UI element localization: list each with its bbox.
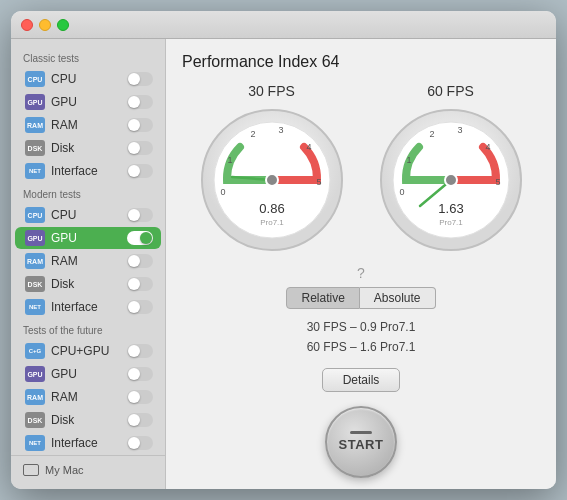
future-ram-label: RAM — [51, 390, 127, 404]
future-ram-toggle[interactable] — [127, 390, 153, 404]
gauges-row: 30 FPS — [182, 83, 540, 255]
classic-gpu-label: GPU — [51, 95, 127, 109]
sidebar-item-modern-ram[interactable]: RAM RAM — [15, 250, 161, 272]
classic-disk-toggle[interactable] — [127, 141, 153, 155]
modern-ram-icon: RAM — [25, 253, 45, 269]
sidebar-item-future-cpugpu[interactable]: C+G CPU+GPU — [15, 340, 161, 362]
svg-text:5: 5 — [495, 177, 500, 187]
sidebar-item-future-interface[interactable]: NET Interface — [15, 432, 161, 454]
content-area: Classic tests CPU CPU GPU GPU RAM RAM DS… — [11, 39, 556, 489]
modern-gpu-icon: GPU — [25, 230, 45, 246]
close-button[interactable] — [21, 19, 33, 31]
future-section-label: Tests of the future — [11, 319, 165, 339]
question-mark[interactable]: ? — [182, 265, 540, 281]
classic-disk-label: Disk — [51, 141, 127, 155]
maximize-button[interactable] — [57, 19, 69, 31]
svg-text:0.86: 0.86 — [259, 201, 284, 216]
svg-text:1: 1 — [406, 155, 411, 165]
future-gpu-icon: GPU — [25, 366, 45, 382]
svg-text:3: 3 — [457, 125, 462, 135]
footer-label: My Mac — [45, 464, 84, 476]
svg-text:Pro7.1: Pro7.1 — [260, 218, 284, 227]
sidebar-item-classic-disk[interactable]: DSK Disk — [15, 137, 161, 159]
start-button[interactable]: START — [325, 406, 397, 478]
sidebar-item-future-disk[interactable]: DSK Disk — [15, 409, 161, 431]
tab-absolute[interactable]: Absolute — [360, 287, 436, 309]
sidebar-item-classic-ram[interactable]: RAM RAM — [15, 114, 161, 136]
modern-interface-icon: NET — [25, 299, 45, 315]
future-ram-icon: RAM — [25, 389, 45, 405]
future-gpu-label: GPU — [51, 367, 127, 381]
future-disk-label: Disk — [51, 413, 127, 427]
classic-cpu-label: CPU — [51, 72, 127, 86]
gauge1-fps-label: 30 FPS — [248, 83, 295, 99]
classic-ram-label: RAM — [51, 118, 127, 132]
future-gpu-toggle[interactable] — [127, 367, 153, 381]
sidebar-footer: My Mac — [11, 455, 165, 484]
svg-text:0: 0 — [399, 187, 404, 197]
modern-disk-toggle[interactable] — [127, 277, 153, 291]
start-btn-line — [350, 431, 372, 434]
sidebar-item-future-ram[interactable]: RAM RAM — [15, 386, 161, 408]
future-cpugpu-toggle[interactable] — [127, 344, 153, 358]
future-interface-label: Interface — [51, 436, 127, 450]
sidebar-item-classic-cpu[interactable]: CPU CPU — [15, 68, 161, 90]
future-disk-toggle[interactable] — [127, 413, 153, 427]
gauge2: 0 1 2 3 4 5 1.63 Pro7.1 — [376, 105, 526, 255]
svg-text:0: 0 — [220, 187, 225, 197]
ram-icon: RAM — [25, 117, 45, 133]
interface-icon: NET — [25, 163, 45, 179]
modern-cpu-icon: CPU — [25, 207, 45, 223]
classic-interface-label: Interface — [51, 164, 127, 178]
classic-gpu-toggle[interactable] — [127, 95, 153, 109]
gauge2-fps-label: 60 FPS — [427, 83, 474, 99]
tab-relative[interactable]: Relative — [286, 287, 359, 309]
result2: 60 FPS – 1.6 Pro7.1 — [182, 337, 540, 357]
sidebar-item-classic-gpu[interactable]: GPU GPU — [15, 91, 161, 113]
svg-text:2: 2 — [429, 129, 434, 139]
modern-interface-toggle[interactable] — [127, 300, 153, 314]
start-btn-label: START — [339, 437, 384, 452]
sidebar-item-future-gpu[interactable]: GPU GPU — [15, 363, 161, 385]
gauge2-container: 60 FPS — [376, 83, 526, 255]
page-title: Performance Index 64 — [182, 53, 540, 71]
classic-interface-toggle[interactable] — [127, 164, 153, 178]
gauge1: 0 1 2 3 4 5 — [197, 105, 347, 255]
sidebar-item-modern-cpu[interactable]: CPU CPU — [15, 204, 161, 226]
sidebar-item-modern-disk[interactable]: DSK Disk — [15, 273, 161, 295]
svg-text:4: 4 — [485, 142, 490, 152]
details-button[interactable]: Details — [322, 368, 401, 392]
modern-gpu-toggle[interactable] — [127, 231, 153, 245]
classic-ram-toggle[interactable] — [127, 118, 153, 132]
disk-icon: DSK — [25, 140, 45, 156]
result1: 30 FPS – 0.9 Pro7.1 — [182, 317, 540, 337]
sidebar: Classic tests CPU CPU GPU GPU RAM RAM DS… — [11, 39, 166, 489]
modern-section-label: Modern tests — [11, 183, 165, 203]
modern-cpu-toggle[interactable] — [127, 208, 153, 222]
sidebar-item-classic-interface[interactable]: NET Interface — [15, 160, 161, 182]
sidebar-item-modern-gpu[interactable]: GPU GPU — [15, 227, 161, 249]
app-window: Classic tests CPU CPU GPU GPU RAM RAM DS… — [11, 11, 556, 489]
cpu-icon: CPU — [25, 71, 45, 87]
minimize-button[interactable] — [39, 19, 51, 31]
results-text: 30 FPS – 0.9 Pro7.1 60 FPS – 1.6 Pro7.1 — [182, 317, 540, 358]
svg-text:4: 4 — [306, 142, 311, 152]
svg-text:1: 1 — [227, 155, 232, 165]
titlebar — [11, 11, 556, 39]
modern-ram-toggle[interactable] — [127, 254, 153, 268]
sidebar-item-modern-interface[interactable]: NET Interface — [15, 296, 161, 318]
classic-section-label: Classic tests — [11, 47, 165, 67]
monitor-icon — [23, 464, 39, 476]
future-cpugpu-label: CPU+GPU — [51, 344, 127, 358]
modern-disk-label: Disk — [51, 277, 127, 291]
svg-point-9 — [266, 174, 278, 186]
future-interface-icon: NET — [25, 435, 45, 451]
gauge1-container: 30 FPS — [197, 83, 347, 255]
svg-text:2: 2 — [250, 129, 255, 139]
start-btn-row: START — [182, 406, 540, 478]
classic-cpu-toggle[interactable] — [127, 72, 153, 86]
svg-text:Pro7.1: Pro7.1 — [439, 218, 463, 227]
svg-point-21 — [445, 174, 457, 186]
future-interface-toggle[interactable] — [127, 436, 153, 450]
details-btn-row: Details — [182, 368, 540, 392]
